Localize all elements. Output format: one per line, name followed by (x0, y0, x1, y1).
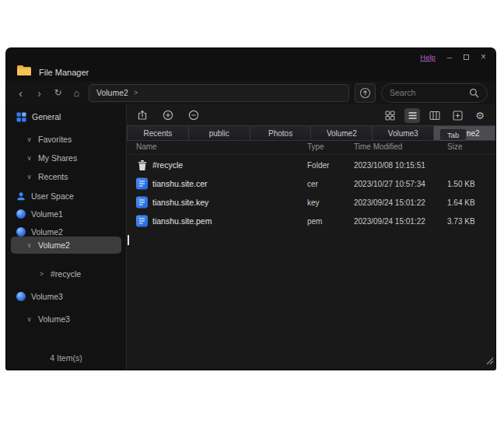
trash-icon (136, 160, 148, 171)
chevron-right-icon: > (38, 270, 45, 278)
sidebar-item-label: Volume2 (31, 227, 63, 237)
chevron-down-icon: ∨ (26, 173, 33, 181)
main-panel: ⚙ Recents public Photos Volume2 Volume3 … (127, 104, 495, 370)
minimize-icon[interactable]: – (447, 53, 452, 61)
sidebar-item-label: Volume2 (38, 240, 70, 250)
tab-public[interactable]: public (188, 125, 250, 141)
file-type: pem (307, 217, 322, 226)
new-tab-icon[interactable] (450, 108, 465, 123)
certificate-file-icon (136, 178, 148, 190)
file-type: Folder (307, 161, 329, 170)
file-modified: 2023/10/27 10:57:34 (354, 180, 425, 188)
add-circle-icon[interactable] (160, 108, 176, 123)
tab-volume2[interactable]: Volume2 (310, 125, 373, 141)
sidebar-item-general[interactable]: General (6, 109, 126, 125)
content-area: General ∨ Favorites ∨ My Shares ∨ Recent… (6, 104, 495, 370)
table-header: Name Type Time Modified Size (127, 141, 495, 155)
sidebar-item-label: User Space (31, 191, 74, 201)
volume-icon (16, 209, 26, 219)
sidebar-item-label: Volume1 (31, 209, 63, 219)
chevron-down-icon: ∨ (26, 135, 33, 143)
file-type: cer (307, 180, 318, 188)
home-icon[interactable]: ⌂ (70, 85, 83, 100)
key-file-icon (136, 197, 148, 209)
volume-icon (16, 227, 26, 237)
file-action-tools (135, 108, 201, 123)
titlebar[interactable]: File Manager Help – × (6, 48, 495, 81)
header-type[interactable]: Type (307, 142, 324, 151)
sidebar-item-favorites[interactable]: ∨ Favorites (6, 132, 126, 147)
column-view-icon[interactable] (427, 108, 443, 123)
sidebar-item-label: General (32, 112, 61, 121)
file-modified: 2023/09/24 15:01:22 (354, 217, 425, 226)
sidebar-item-my-shares[interactable]: ∨ My Shares (6, 150, 126, 166)
chevron-right-icon: > (134, 89, 138, 96)
chevron-down-icon: ∨ (26, 154, 33, 162)
title-area: File Manager (16, 65, 89, 79)
sidebar-item-volume3[interactable]: Volume3 (6, 289, 126, 304)
file-size: 3.73 KB (447, 217, 475, 226)
sidebar-item-recycle[interactable]: > #recycle (6, 266, 126, 282)
sidebar-item-label: My Shares (38, 153, 77, 163)
breadcrumb[interactable]: Volume2 > (89, 84, 349, 102)
file-name: tianshu.site.pem (152, 216, 212, 226)
resize-grip[interactable] (484, 354, 494, 368)
file-type: key (307, 198, 320, 207)
sidebar-item-label: Recents (38, 172, 68, 181)
breadcrumb-volume[interactable]: Volume2 (96, 88, 128, 97)
volume-icon (16, 292, 26, 301)
header-size[interactable]: Size (447, 142, 462, 151)
pem-file-icon (136, 216, 148, 227)
sidebar-item-label: #recycle (51, 269, 81, 279)
tab-volume3[interactable]: Volume3 (372, 125, 434, 141)
header-name[interactable]: Name (136, 142, 157, 151)
table-row[interactable]: tianshu.site.cer cer 2023/10/27 10:57:34… (127, 174, 495, 193)
item-count-status: 4 Item(s) (6, 353, 126, 363)
file-size: 1.50 KB (447, 180, 475, 188)
refresh-icon[interactable]: ↻ (51, 85, 65, 100)
table-row[interactable]: tianshu.site.key key 2023/09/24 15:01:22… (127, 193, 495, 212)
sidebar-item-user-space[interactable]: User Space (6, 188, 126, 204)
file-name: #recycle (152, 160, 183, 170)
forward-icon[interactable]: › (33, 85, 46, 100)
back-icon[interactable]: ‹ (14, 85, 27, 100)
grid-view-icon[interactable] (382, 108, 397, 123)
navigation-bar: ‹ › ↻ ⌂ Volume2 > (6, 81, 495, 104)
user-icon (16, 191, 26, 201)
search-box[interactable] (381, 83, 488, 103)
file-modified: 2023/09/24 15:01:22 (354, 198, 425, 207)
chevron-down-icon: ∨ (26, 315, 33, 323)
sidebar: General ∨ Favorites ∨ My Shares ∨ Recent… (6, 104, 127, 370)
go-up-button[interactable] (355, 83, 376, 103)
sidebar-item-recents[interactable]: ∨ Recents (6, 169, 126, 184)
search-input[interactable] (390, 88, 464, 97)
text-cursor-caret (128, 235, 129, 245)
file-name: tianshu.site.cer (152, 179, 208, 188)
upload-icon[interactable] (135, 108, 150, 123)
sidebar-item-volume3-sub[interactable]: ∨ Volume3 (6, 311, 126, 327)
tab-photos[interactable]: Photos (250, 125, 312, 141)
tab-recents[interactable]: Recents (127, 125, 189, 141)
table-row[interactable]: #recycle Folder 2023/10/08 10:15:51 (127, 156, 495, 174)
main-toolbar: ⚙ (127, 106, 495, 125)
sidebar-item-volume2-selected[interactable]: ∨ Volume2 (11, 237, 121, 254)
file-manager-window: File Manager Help – × ‹ › ↻ ⌂ Volume2 > (6, 48, 495, 370)
general-grid-icon (16, 112, 26, 122)
sidebar-item-volume1[interactable]: Volume1 (6, 206, 126, 222)
table-row[interactable]: tianshu.site.pem pem 2023/09/24 15:01:22… (127, 212, 495, 230)
list-view-icon[interactable] (404, 108, 420, 123)
help-link[interactable]: Help (420, 53, 436, 61)
window-controls: Help – × (420, 52, 486, 61)
file-name: tianshu.site.key (152, 198, 208, 207)
sidebar-item-label: Volume3 (31, 292, 63, 301)
tab-tooltip: Tab (439, 128, 467, 141)
circle-up-arrow-icon (359, 87, 371, 99)
maximize-icon[interactable] (464, 54, 469, 60)
settings-gear-icon[interactable]: ⚙ (472, 108, 488, 123)
header-time-modified[interactable]: Time Modified (354, 142, 402, 151)
file-size: 1.64 KB (447, 198, 475, 207)
close-icon[interactable]: × (481, 52, 486, 61)
remove-circle-icon[interactable] (186, 108, 201, 123)
view-tools: ⚙ (382, 108, 488, 123)
file-list: #recycle Folder 2023/10/08 10:15:51 tian… (127, 156, 495, 230)
